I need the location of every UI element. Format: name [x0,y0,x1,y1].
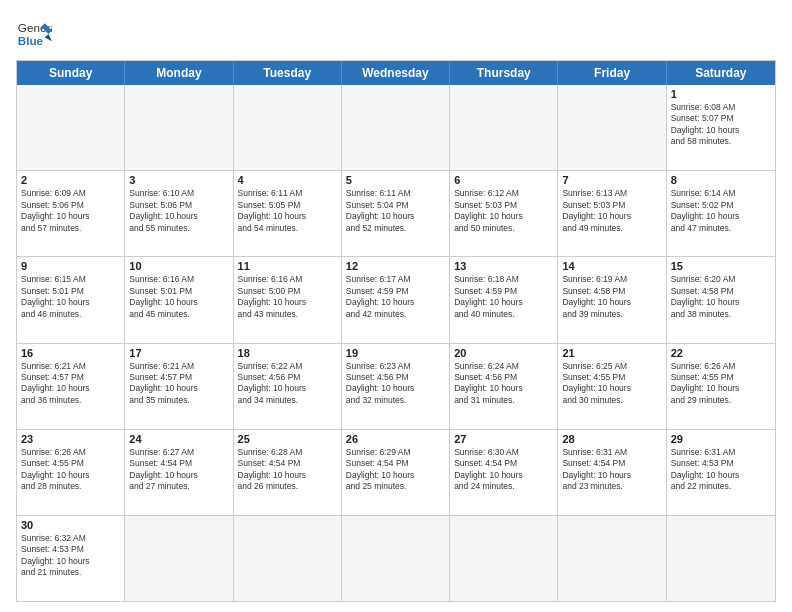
day-number: 7 [562,174,661,186]
day-info: Sunrise: 6:21 AM Sunset: 4:57 PM Dayligh… [21,361,120,407]
svg-text:Blue: Blue [18,34,44,47]
svg-marker-3 [45,34,52,41]
day-info: Sunrise: 6:22 AM Sunset: 4:56 PM Dayligh… [238,361,337,407]
calendar-body: 1Sunrise: 6:08 AM Sunset: 5:07 PM Daylig… [17,85,775,601]
empty-cell-0-0 [17,85,125,170]
empty-cell-0-2 [234,85,342,170]
day-info: Sunrise: 6:09 AM Sunset: 5:06 PM Dayligh… [21,188,120,234]
weekday-header-thursday: Thursday [450,61,558,85]
calendar-row-3: 16Sunrise: 6:21 AM Sunset: 4:57 PM Dayli… [17,343,775,429]
day-cell-2: 2Sunrise: 6:09 AM Sunset: 5:06 PM Daylig… [17,171,125,256]
day-number: 24 [129,433,228,445]
day-number: 17 [129,347,228,359]
weekday-header-friday: Friday [558,61,666,85]
day-info: Sunrise: 6:18 AM Sunset: 4:59 PM Dayligh… [454,274,553,320]
day-info: Sunrise: 6:26 AM Sunset: 4:55 PM Dayligh… [21,447,120,493]
day-number: 2 [21,174,120,186]
day-info: Sunrise: 6:14 AM Sunset: 5:02 PM Dayligh… [671,188,771,234]
day-info: Sunrise: 6:15 AM Sunset: 5:01 PM Dayligh… [21,274,120,320]
day-cell-30: 30Sunrise: 6:32 AM Sunset: 4:53 PM Dayli… [17,516,125,601]
day-info: Sunrise: 6:27 AM Sunset: 4:54 PM Dayligh… [129,447,228,493]
day-number: 26 [346,433,445,445]
day-number: 21 [562,347,661,359]
day-info: Sunrise: 6:23 AM Sunset: 4:56 PM Dayligh… [346,361,445,407]
day-number: 30 [21,519,120,531]
day-number: 6 [454,174,553,186]
day-info: Sunrise: 6:24 AM Sunset: 4:56 PM Dayligh… [454,361,553,407]
day-number: 25 [238,433,337,445]
day-cell-27: 27Sunrise: 6:30 AM Sunset: 4:54 PM Dayli… [450,430,558,515]
day-cell-22: 22Sunrise: 6:26 AM Sunset: 4:55 PM Dayli… [667,344,775,429]
day-info: Sunrise: 6:32 AM Sunset: 4:53 PM Dayligh… [21,533,120,579]
day-info: Sunrise: 6:11 AM Sunset: 5:05 PM Dayligh… [238,188,337,234]
day-cell-19: 19Sunrise: 6:23 AM Sunset: 4:56 PM Dayli… [342,344,450,429]
day-cell-3: 3Sunrise: 6:10 AM Sunset: 5:06 PM Daylig… [125,171,233,256]
empty-cell-0-5 [558,85,666,170]
day-cell-20: 20Sunrise: 6:24 AM Sunset: 4:56 PM Dayli… [450,344,558,429]
day-number: 29 [671,433,771,445]
day-number: 19 [346,347,445,359]
day-number: 4 [238,174,337,186]
day-info: Sunrise: 6:31 AM Sunset: 4:54 PM Dayligh… [562,447,661,493]
empty-cell-5-2 [234,516,342,601]
day-cell-10: 10Sunrise: 6:16 AM Sunset: 5:01 PM Dayli… [125,257,233,342]
day-number: 18 [238,347,337,359]
day-number: 5 [346,174,445,186]
day-number: 3 [129,174,228,186]
day-info: Sunrise: 6:30 AM Sunset: 4:54 PM Dayligh… [454,447,553,493]
day-number: 8 [671,174,771,186]
day-cell-6: 6Sunrise: 6:12 AM Sunset: 5:03 PM Daylig… [450,171,558,256]
day-number: 14 [562,260,661,272]
page: General Blue SundayMondayTuesdayWednesda… [0,0,792,612]
day-info: Sunrise: 6:08 AM Sunset: 5:07 PM Dayligh… [671,102,771,148]
day-cell-8: 8Sunrise: 6:14 AM Sunset: 5:02 PM Daylig… [667,171,775,256]
day-number: 11 [238,260,337,272]
calendar-row-2: 9Sunrise: 6:15 AM Sunset: 5:01 PM Daylig… [17,256,775,342]
empty-cell-5-1 [125,516,233,601]
day-number: 15 [671,260,771,272]
calendar-row-5: 30Sunrise: 6:32 AM Sunset: 4:53 PM Dayli… [17,515,775,601]
logo: General Blue [16,16,52,52]
day-cell-18: 18Sunrise: 6:22 AM Sunset: 4:56 PM Dayli… [234,344,342,429]
calendar-header: SundayMondayTuesdayWednesdayThursdayFrid… [17,61,775,85]
day-cell-14: 14Sunrise: 6:19 AM Sunset: 4:58 PM Dayli… [558,257,666,342]
day-info: Sunrise: 6:10 AM Sunset: 5:06 PM Dayligh… [129,188,228,234]
day-cell-28: 28Sunrise: 6:31 AM Sunset: 4:54 PM Dayli… [558,430,666,515]
day-info: Sunrise: 6:25 AM Sunset: 4:55 PM Dayligh… [562,361,661,407]
empty-cell-5-6 [667,516,775,601]
day-cell-15: 15Sunrise: 6:20 AM Sunset: 4:58 PM Dayli… [667,257,775,342]
day-info: Sunrise: 6:29 AM Sunset: 4:54 PM Dayligh… [346,447,445,493]
day-cell-21: 21Sunrise: 6:25 AM Sunset: 4:55 PM Dayli… [558,344,666,429]
empty-cell-0-4 [450,85,558,170]
day-info: Sunrise: 6:28 AM Sunset: 4:54 PM Dayligh… [238,447,337,493]
day-number: 13 [454,260,553,272]
day-number: 12 [346,260,445,272]
day-cell-9: 9Sunrise: 6:15 AM Sunset: 5:01 PM Daylig… [17,257,125,342]
empty-cell-5-4 [450,516,558,601]
weekday-header-sunday: Sunday [17,61,125,85]
empty-cell-0-3 [342,85,450,170]
day-number: 10 [129,260,228,272]
day-info: Sunrise: 6:19 AM Sunset: 4:58 PM Dayligh… [562,274,661,320]
day-info: Sunrise: 6:12 AM Sunset: 5:03 PM Dayligh… [454,188,553,234]
day-cell-12: 12Sunrise: 6:17 AM Sunset: 4:59 PM Dayli… [342,257,450,342]
day-cell-24: 24Sunrise: 6:27 AM Sunset: 4:54 PM Dayli… [125,430,233,515]
header: General Blue [16,16,776,52]
day-cell-17: 17Sunrise: 6:21 AM Sunset: 4:57 PM Dayli… [125,344,233,429]
day-info: Sunrise: 6:17 AM Sunset: 4:59 PM Dayligh… [346,274,445,320]
day-cell-23: 23Sunrise: 6:26 AM Sunset: 4:55 PM Dayli… [17,430,125,515]
empty-cell-0-1 [125,85,233,170]
day-info: Sunrise: 6:26 AM Sunset: 4:55 PM Dayligh… [671,361,771,407]
day-cell-4: 4Sunrise: 6:11 AM Sunset: 5:05 PM Daylig… [234,171,342,256]
day-cell-7: 7Sunrise: 6:13 AM Sunset: 5:03 PM Daylig… [558,171,666,256]
calendar-row-0: 1Sunrise: 6:08 AM Sunset: 5:07 PM Daylig… [17,85,775,170]
empty-cell-5-3 [342,516,450,601]
weekday-header-wednesday: Wednesday [342,61,450,85]
day-number: 27 [454,433,553,445]
day-cell-5: 5Sunrise: 6:11 AM Sunset: 5:04 PM Daylig… [342,171,450,256]
day-number: 28 [562,433,661,445]
weekday-header-tuesday: Tuesday [234,61,342,85]
day-cell-16: 16Sunrise: 6:21 AM Sunset: 4:57 PM Dayli… [17,344,125,429]
day-cell-1: 1Sunrise: 6:08 AM Sunset: 5:07 PM Daylig… [667,85,775,170]
calendar: SundayMondayTuesdayWednesdayThursdayFrid… [16,60,776,602]
